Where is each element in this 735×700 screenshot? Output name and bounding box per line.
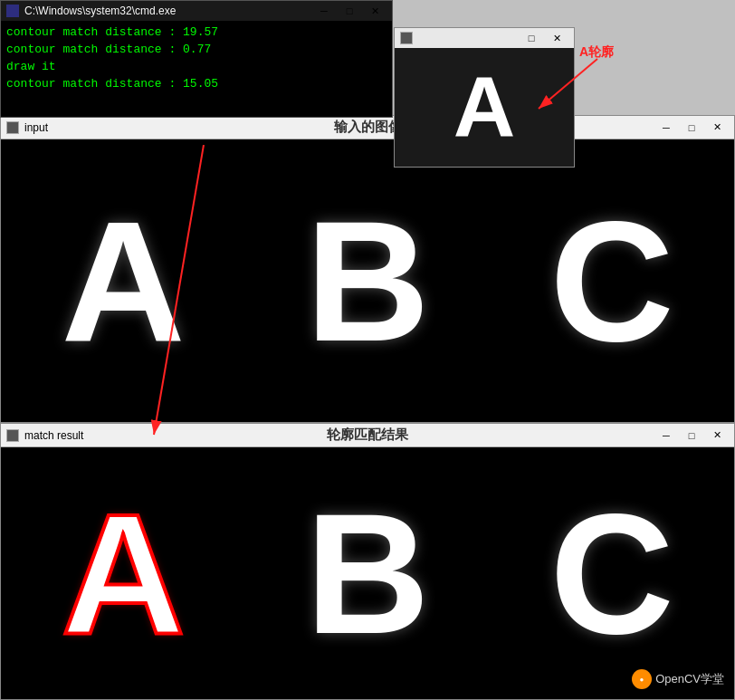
cmd-titlebar: C:\Windows\system32\cmd.exe ─ □ ✕ — [1, 1, 392, 21]
input-label-zh: 输入的图像 — [334, 119, 402, 136]
match-maximize-button[interactable]: □ — [680, 427, 703, 445]
match-letter-c: C — [549, 487, 673, 659]
cmd-title: C:\Windows\system32\cmd.exe — [24, 5, 307, 17]
input-letter-a: A — [61, 195, 185, 367]
cmd-output: contour match distance : 19.57 contour m… — [1, 21, 392, 96]
match-controls: ─ □ ✕ — [654, 427, 729, 445]
contour-icon — [400, 32, 413, 44]
contour-titlebar: □ ✕ — [395, 28, 574, 48]
input-letter-c: C — [549, 195, 673, 367]
input-minimize-button[interactable]: ─ — [654, 119, 678, 137]
input-close-button[interactable]: ✕ — [705, 119, 729, 137]
input-window: input 输入的图像 ─ □ ✕ A B C — [0, 115, 735, 423]
match-window-icon — [6, 429, 19, 442]
cmd-line-1: contour match distance : 19.57 — [6, 24, 387, 42]
match-letter-b: B — [305, 487, 429, 659]
contour-letter-a: A — [453, 64, 516, 150]
cmd-window: C:\Windows\system32\cmd.exe ─ □ ✕ contou… — [0, 0, 393, 118]
cmd-controls: ─ □ ✕ — [312, 2, 387, 20]
input-titlebar: input 输入的图像 ─ □ ✕ — [1, 116, 734, 139]
svg-text:●: ● — [640, 676, 644, 684]
contour-arrow-label: A轮廓 — [579, 43, 614, 61]
input-letter-b: B — [305, 195, 429, 367]
contour-controls: □ ✕ — [520, 29, 568, 47]
cmd-line-4: contour match distance : 15.05 — [6, 76, 387, 93]
match-label-zh: 轮廓匹配结果 — [327, 427, 408, 444]
cmd-maximize-button[interactable]: □ — [338, 2, 361, 20]
match-letter-a: A — [61, 487, 185, 659]
watermark-text: OpenCV学堂 — [655, 671, 724, 687]
match-close-button[interactable]: ✕ — [705, 427, 729, 445]
input-window-icon — [6, 121, 19, 134]
contour-close-button[interactable]: ✕ — [545, 29, 568, 47]
input-controls: ─ □ ✕ — [654, 119, 729, 137]
watermark-logo: ● — [632, 669, 652, 689]
match-window: match result 轮廓匹配结果 ─ □ ✕ A B C — [0, 423, 735, 700]
match-image-content: A B C — [1, 447, 734, 699]
contour-image: A — [395, 48, 574, 167]
watermark: ● OpenCV学堂 — [632, 669, 724, 689]
cmd-minimize-button[interactable]: ─ — [312, 2, 336, 20]
cmd-close-button[interactable]: ✕ — [363, 2, 387, 20]
a-contour-popup: □ ✕ A — [394, 27, 575, 168]
input-maximize-button[interactable]: □ — [680, 119, 703, 137]
cmd-line-3: draw it — [6, 59, 387, 76]
cmd-line-2: contour match distance : 0.77 — [6, 42, 387, 59]
match-titlebar: match result 轮廓匹配结果 ─ □ ✕ — [1, 424, 734, 447]
contour-maximize-button[interactable]: □ — [520, 29, 543, 47]
input-image-content: A B C — [1, 139, 734, 422]
cmd-icon — [6, 5, 19, 17]
match-minimize-button[interactable]: ─ — [654, 427, 678, 445]
